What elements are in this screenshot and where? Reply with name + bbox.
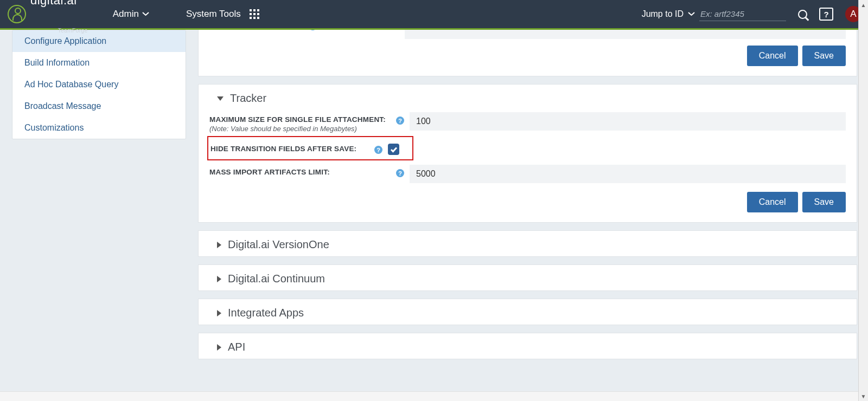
max-attachment-label: MAXIMUM SIZE FOR SINGLE FILE ATTACHMENT: — [209, 115, 394, 124]
help-tooltip-icon[interactable]: ? — [374, 146, 382, 154]
search-icon — [798, 10, 807, 19]
help-tooltip-icon[interactable]: ? — [309, 30, 317, 30]
help-button[interactable]: ? — [819, 8, 833, 21]
expand-icon — [217, 276, 221, 282]
chevron-down-icon[interactable] — [688, 12, 695, 16]
hide-transition-label: HIDE TRANSITION FIELDS AFTER SAVE: — [210, 145, 372, 153]
jump-label: Jump to ID — [642, 9, 684, 19]
admin-menu-label: Admin — [113, 9, 139, 20]
scroll-down-arrow[interactable]: ▼ — [859, 391, 868, 401]
mass-import-label: MASS IMPORT ARTIFACTS LIMIT: — [209, 168, 394, 176]
prohibited-file-types-input[interactable] — [405, 30, 846, 39]
row-mass-import-limit: MASS IMPORT ARTIFACTS LIMIT: ? — [199, 163, 857, 185]
system-tools-menu[interactable]: System Tools — [181, 9, 265, 20]
save-button[interactable]: Save — [802, 46, 846, 66]
check-icon — [390, 146, 398, 153]
row-hide-transition: HIDE TRANSITION FIELDS AFTER SAVE: ? — [208, 139, 410, 157]
panel-api-title: API — [228, 341, 245, 353]
row-max-attachment-size: MAXIMUM SIZE FOR SINGLE FILE ATTACHMENT:… — [199, 110, 857, 135]
brand-name: digital.ai — [30, 0, 88, 28]
panel-api-header[interactable]: API — [199, 333, 857, 359]
brand-logo[interactable]: digital.ai TeamForge — [8, 0, 88, 34]
apps-grid-icon — [250, 9, 259, 19]
cancel-button[interactable]: Cancel — [747, 46, 798, 66]
expand-icon — [217, 344, 221, 351]
panel-versionone-header[interactable]: Digital.ai VersionOne — [199, 231, 857, 256]
panel-continuum: Digital.ai Continuum — [198, 264, 857, 291]
panel-integrated-apps: Integrated Apps — [198, 299, 857, 325]
jump-input[interactable] — [699, 7, 786, 21]
scroll-up-arrow[interactable]: ▲ — [859, 0, 868, 10]
search-button[interactable] — [798, 10, 807, 19]
panel-tracker-title: Tracker — [230, 92, 266, 105]
scrollbar-track[interactable] — [859, 10, 868, 391]
collapse-icon — [217, 96, 224, 101]
system-tools-label: System Tools — [186, 9, 241, 20]
sidebar: Configure Application Build Information … — [0, 30, 198, 399]
panel-continuum-title: Digital.ai Continuum — [228, 273, 325, 285]
panel-integrated-apps-header[interactable]: Integrated Apps — [199, 299, 857, 325]
highlighted-setting: HIDE TRANSITION FIELDS AFTER SAVE: ? — [207, 136, 413, 160]
chevron-down-icon — [142, 12, 149, 16]
brand-product: TeamForge — [58, 28, 88, 34]
horizontal-scrollbar[interactable] — [0, 391, 858, 401]
sidebar-item-configure-application[interactable]: Configure Application — [12, 30, 186, 52]
max-attachment-input[interactable] — [410, 112, 846, 131]
hide-transition-checkbox[interactable] — [388, 144, 399, 155]
panel-versionone-title: Digital.ai VersionOne — [228, 238, 329, 251]
sidebar-item-customizations[interactable]: Customizations — [12, 117, 186, 139]
avatar-initial: A — [850, 9, 856, 20]
cancel-button[interactable]: Cancel — [747, 192, 798, 212]
panel-api: API — [198, 333, 857, 359]
brand-logo-icon — [8, 5, 26, 23]
help-icon: ? — [819, 8, 833, 21]
prohibited-file-types-label: PROHIBITED FILE TYPES: — [199, 30, 301, 33]
sidebar-item-broadcast-message[interactable]: Broadcast Message — [12, 95, 186, 117]
main-content: PROHIBITED FILE TYPES: ? Cancel Save Tra… — [198, 30, 868, 399]
expand-icon — [217, 242, 221, 248]
panel-versionone: Digital.ai VersionOne — [198, 230, 857, 257]
panel-continuum-header[interactable]: Digital.ai Continuum — [199, 265, 857, 290]
max-attachment-note: (Note: Value should be specified in Mega… — [209, 125, 394, 133]
help-tooltip-icon[interactable]: ? — [396, 169, 404, 177]
sidebar-item-build-information[interactable]: Build Information — [12, 52, 186, 74]
vertical-scrollbar[interactable]: ▲ ▼ — [858, 0, 868, 401]
panel-cut-top: PROHIBITED FILE TYPES: ? Cancel Save — [198, 30, 857, 76]
panel-tracker: Tracker MAXIMUM SIZE FOR SINGLE FILE ATT… — [198, 84, 857, 223]
panel-tracker-header[interactable]: Tracker — [199, 85, 857, 110]
mass-import-input[interactable] — [410, 165, 846, 183]
expand-icon — [217, 310, 221, 316]
top-navbar: digital.ai TeamForge Admin System Tools … — [0, 0, 868, 30]
jump-to-id: Jump to ID — [642, 7, 786, 21]
save-button[interactable]: Save — [802, 192, 846, 212]
help-tooltip-icon[interactable]: ? — [396, 117, 404, 125]
panel-integrated-apps-title: Integrated Apps — [228, 307, 304, 319]
admin-menu[interactable]: Admin — [107, 9, 155, 20]
sidebar-item-ad-hoc-query[interactable]: Ad Hoc Database Query — [12, 74, 186, 95]
